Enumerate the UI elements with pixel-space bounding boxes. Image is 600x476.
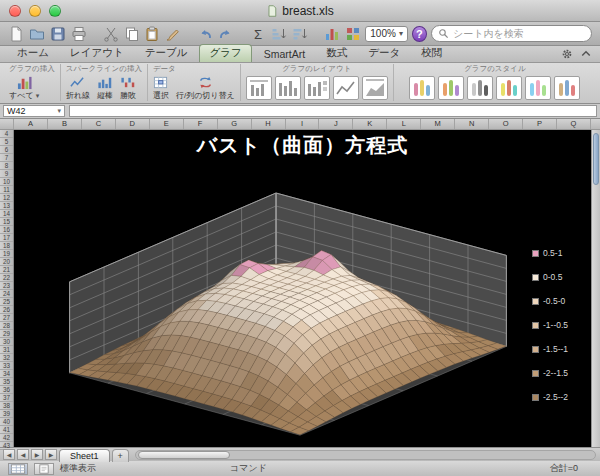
sort-ascending-icon[interactable] — [271, 25, 288, 43]
row-header[interactable]: 34 — [0, 370, 13, 378]
row-header[interactable]: 35 — [0, 378, 13, 386]
row-header[interactable]: 37 — [0, 394, 13, 402]
ribbon-tab-1[interactable]: レイアウト — [61, 45, 133, 62]
search-input[interactable]: シート内を検索 — [431, 25, 592, 42]
cut-scissors-icon[interactable] — [103, 25, 120, 43]
zoom-control[interactable]: 100% ▾ — [365, 26, 408, 42]
row-header[interactable]: 30 — [0, 338, 13, 346]
select-all-corner[interactable] — [0, 119, 14, 129]
row-header[interactable]: 39 — [0, 410, 13, 418]
insert-chart-all-button[interactable]: すべて ▾ — [9, 75, 39, 100]
column-header[interactable]: F — [184, 119, 218, 129]
row-header[interactable]: 25 — [0, 298, 13, 306]
legend-item[interactable]: 0.5-1 — [532, 248, 568, 258]
row-header[interactable]: 41 — [0, 426, 13, 434]
row-header[interactable]: 24 — [0, 290, 13, 298]
chart-legend[interactable]: 0.5-10-0.5-0.5-0-1--0.5-1.5--1-2--1.5-2.… — [532, 248, 568, 402]
switch-row-column-button[interactable]: 行/列の切り替え — [176, 75, 235, 100]
last-sheet-icon[interactable]: ▶ — [45, 449, 57, 460]
previous-sheet-icon[interactable]: ◀ — [17, 449, 29, 460]
row-header[interactable]: 19 — [0, 250, 13, 258]
row-header[interactable]: 16 — [0, 226, 13, 234]
open-folder-icon[interactable] — [29, 25, 46, 43]
column-header[interactable]: O — [489, 119, 523, 129]
row-header[interactable]: 17 — [0, 234, 13, 242]
sheet-cells[interactable]: バスト（曲面）方程式 0.5-10-0.5-0.5-0-1--0.5-1.5--… — [14, 130, 591, 447]
row-header[interactable]: 26 — [0, 306, 13, 314]
row-header[interactable]: 8 — [0, 162, 13, 170]
first-sheet-icon[interactable]: ◀ — [3, 449, 15, 460]
page-layout-view-button[interactable] — [34, 463, 54, 475]
chart-style-thumbnail[interactable] — [438, 76, 464, 100]
row-header[interactable]: 13 — [0, 202, 13, 210]
legend-item[interactable]: -1.5--1 — [532, 344, 568, 354]
sparkline-line-button[interactable]: 折れ線 — [66, 75, 90, 100]
normal-view-button[interactable] — [8, 463, 28, 475]
ribbon-tab-3[interactable]: グラフ — [199, 44, 251, 62]
row-header[interactable]: 10 — [0, 178, 13, 186]
column-header[interactable]: C — [82, 119, 116, 129]
ribbon-tab-6[interactable]: データ — [359, 45, 409, 62]
row-header[interactable]: 12 — [0, 194, 13, 202]
row-header[interactable]: 20 — [0, 258, 13, 266]
legend-item[interactable]: -2--1.5 — [532, 368, 568, 378]
add-sheet-button[interactable]: + — [112, 449, 129, 462]
row-header[interactable]: 4 — [0, 130, 13, 138]
row-header[interactable]: 7 — [0, 154, 13, 162]
chart-layout-thumbnail[interactable] — [362, 76, 388, 100]
row-header[interactable]: 6 — [0, 146, 13, 154]
ribbon-tab-2[interactable]: テーブル — [136, 45, 197, 62]
copy-icon[interactable] — [123, 25, 140, 43]
legend-item[interactable]: 0-0.5 — [532, 272, 568, 282]
sheet-tab-sheet1[interactable]: Sheet1 — [59, 449, 110, 462]
row-header[interactable]: 11 — [0, 186, 13, 194]
column-header[interactable]: I — [286, 119, 320, 129]
ribbon-tab-4[interactable]: SmartArt — [255, 47, 314, 62]
column-header[interactable]: B — [48, 119, 82, 129]
row-header[interactable]: 18 — [0, 242, 13, 250]
column-header[interactable]: K — [353, 119, 387, 129]
row-header[interactable]: 33 — [0, 362, 13, 370]
row-header[interactable]: 31 — [0, 346, 13, 354]
row-header[interactable]: 22 — [0, 274, 13, 282]
sparkline-column-button[interactable]: 縦棒 — [97, 75, 113, 100]
format-painter-icon[interactable] — [165, 25, 182, 43]
column-header[interactable]: A — [14, 119, 48, 129]
sparkline-winloss-button[interactable]: 勝敗 — [120, 75, 136, 100]
new-document-icon[interactable] — [8, 25, 25, 43]
row-header[interactable]: 29 — [0, 330, 13, 338]
insert-chart-icon[interactable] — [324, 25, 341, 43]
chart-layout-thumbnail[interactable] — [246, 76, 272, 100]
close-button[interactable] — [9, 5, 21, 17]
name-box[interactable]: W42 ▾ — [3, 105, 65, 117]
row-header[interactable]: 28 — [0, 322, 13, 330]
row-header[interactable]: 42 — [0, 434, 13, 442]
collapse-ribbon-chevron-icon[interactable] — [580, 48, 592, 60]
row-header[interactable]: 21 — [0, 266, 13, 274]
column-header[interactable]: M — [421, 119, 455, 129]
row-header[interactable]: 14 — [0, 210, 13, 218]
chart-style-thumbnail[interactable] — [525, 76, 551, 100]
horizontal-scrollbar-thumb[interactable] — [138, 451, 230, 459]
chart-style-thumbnail[interactable] — [496, 76, 522, 100]
row-header[interactable]: 38 — [0, 402, 13, 410]
chart-layout-thumbnail[interactable] — [304, 76, 330, 100]
chart-layout-thumbnail[interactable] — [333, 76, 359, 100]
vertical-scrollbar[interactable] — [591, 130, 600, 447]
print-icon[interactable] — [70, 25, 87, 43]
save-icon[interactable] — [50, 25, 67, 43]
column-header[interactable]: E — [150, 119, 184, 129]
chart-style-thumbnail[interactable] — [467, 76, 493, 100]
legend-item[interactable]: -0.5-0 — [532, 296, 568, 306]
row-header[interactable]: 32 — [0, 354, 13, 362]
select-data-button[interactable]: 選択 — [153, 75, 169, 100]
undo-icon[interactable] — [197, 25, 214, 43]
formula-input[interactable] — [69, 105, 597, 117]
column-header[interactable]: N — [455, 119, 489, 129]
column-header[interactable]: P — [523, 119, 557, 129]
row-header[interactable]: 40 — [0, 418, 13, 426]
chart-style-thumbnail[interactable] — [554, 76, 580, 100]
row-header[interactable]: 15 — [0, 218, 13, 226]
horizontal-scrollbar[interactable] — [135, 450, 596, 460]
row-header[interactable]: 23 — [0, 282, 13, 290]
